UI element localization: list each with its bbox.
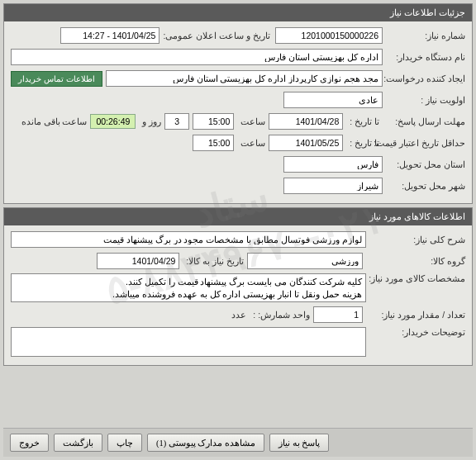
- spec-field[interactable]: [11, 273, 366, 302]
- qty-field[interactable]: [313, 306, 363, 323]
- state-label: استان محل تحویل:: [383, 159, 465, 169]
- priority-field[interactable]: [283, 92, 383, 108]
- city-label: شهر محل تحویل:: [383, 181, 465, 191]
- reply-button[interactable]: پاسخ به نیاز: [269, 434, 329, 452]
- need-details-section: جزئیات اطلاعات نیاز شماره نیاز: تاریخ و …: [3, 3, 473, 204]
- print-button[interactable]: چاپ: [107, 434, 142, 452]
- hour-label-2: ساعت: [237, 138, 265, 148]
- to-date-label-2: تا تاریخ :: [346, 138, 379, 148]
- public-dt-label: تاریخ و ساعت اعلان عمومی:: [159, 31, 270, 40]
- need-no-field[interactable]: [275, 27, 383, 44]
- valid-hour-field[interactable]: [193, 135, 234, 151]
- need-date-label: تاریخ نیاز به کالا:: [183, 256, 244, 266]
- state-field[interactable]: [283, 156, 383, 173]
- spec-label: مشخصات کالای مورد نیاز:: [366, 273, 465, 283]
- goods-info-section: اطلاعات کالاهای مورد نیاز شرح کلی نیاز: …: [3, 207, 473, 366]
- countdown-timer: 00:26:49: [90, 114, 136, 129]
- from-hour-field[interactable]: [193, 113, 234, 130]
- valid-date-field[interactable]: [269, 135, 343, 151]
- days-field[interactable]: [164, 113, 189, 130]
- desc-label: شرح کلی نیاز:: [366, 235, 465, 244]
- back-button[interactable]: بازگشت: [54, 434, 102, 452]
- public-dt-field[interactable]: [60, 27, 159, 44]
- need-no-label: شماره نیاز:: [383, 31, 465, 40]
- group-label: گروه کالا:: [366, 256, 465, 266]
- city-field[interactable]: [283, 178, 383, 194]
- count-label: عدد: [228, 310, 246, 320]
- notes-label: توضیحات خریدار:: [366, 327, 465, 337]
- buyer-dev-label: نام دستگاه خریدار:: [383, 52, 465, 62]
- notes-field[interactable]: [11, 327, 366, 356]
- hour-label-1: ساعت: [237, 116, 265, 126]
- creator-label: ایجاد کننده درخواست:: [383, 74, 465, 83]
- validity-label: حداقل تاریخ اعتبار قیمت:: [383, 138, 465, 148]
- section2-header: اطلاعات کالاهای مورد نیاز: [4, 208, 472, 225]
- section1-header: جزئیات اطلاعات نیاز: [4, 4, 472, 21]
- attachments-button[interactable]: مشاهده مدارک پیوستی (1): [147, 434, 264, 452]
- need-date-field[interactable]: [97, 253, 179, 269]
- unit-label: واحد شمارش: :: [250, 310, 310, 320]
- group-field[interactable]: [247, 253, 363, 269]
- remaining-label: ساعت باقی مانده: [18, 116, 88, 126]
- buyer-dev-field[interactable]: [11, 49, 383, 65]
- days-and-label: روز و: [139, 116, 161, 126]
- footer-bar: پاسخ به نیاز مشاهده مدارک پیوستی (1) چاپ…: [3, 428, 473, 457]
- exit-button[interactable]: خروج: [10, 434, 49, 452]
- from-date-field[interactable]: [269, 113, 343, 130]
- deadline-label: مهلت ارسال پاسخ:: [383, 116, 465, 126]
- creator-field[interactable]: [106, 70, 383, 87]
- desc-field[interactable]: [11, 231, 366, 248]
- priority-label: اولویت نیاز :: [383, 95, 465, 105]
- qty-label: تعداد / مقدار مورد نیاز:: [366, 310, 465, 320]
- contact-button[interactable]: اطلاعات تماس خریدار: [11, 71, 102, 87]
- to-date-label-1: تا تاریخ :: [346, 116, 379, 126]
